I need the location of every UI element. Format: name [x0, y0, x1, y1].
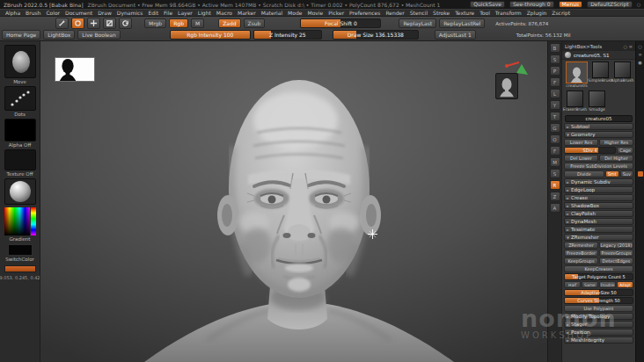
- help-icon[interactable]: ○: [637, 2, 640, 7]
- local-icon[interactable]: L: [550, 89, 560, 98]
- frame-icon[interactable]: F: [550, 146, 560, 156]
- secondary-color-swatch[interactable]: [4, 265, 36, 272]
- palette-section-header[interactable]: ► MeshIntegrity: [564, 337, 633, 344]
- keepcreases-toggle[interactable]: KeepCreases: [564, 265, 633, 272]
- document-canvas[interactable]: [40, 41, 547, 362]
- hue-strip[interactable]: [31, 207, 36, 235]
- tray-circle-icon[interactable]: ○: [623, 44, 626, 49]
- transp-icon[interactable]: T: [550, 112, 560, 121]
- menu-item[interactable]: Marker: [238, 10, 256, 16]
- draw-size-slider[interactable]: Draw Size 136.15338: [333, 30, 419, 40]
- menu-item[interactable]: Edit: [148, 10, 158, 16]
- smt-toggle[interactable]: Smt: [605, 170, 619, 177]
- adjustlast-button[interactable]: AdjustLast 1: [435, 30, 476, 40]
- target-polygons-slider[interactable]: Target Polygons Count 5: [564, 273, 633, 280]
- move-button[interactable]: [87, 18, 100, 29]
- zoom-icon[interactable]: Z: [550, 192, 560, 201]
- m-button[interactable]: M: [191, 18, 204, 28]
- menu-item[interactable]: Brush: [26, 10, 40, 16]
- freeze-subdivision-button[interactable]: Freeze SubDivision Levels: [564, 163, 633, 170]
- scale-button[interactable]: [103, 18, 116, 29]
- replaylast-button[interactable]: ReplayLast: [399, 18, 436, 28]
- menus-button[interactable]: Menus: [559, 1, 583, 8]
- move-nav-icon[interactable]: M: [550, 157, 560, 167]
- tool-thumbnail-simplebrush[interactable]: [592, 62, 609, 78]
- menu-item[interactable]: Light: [198, 10, 211, 16]
- switch-color-swatch[interactable]: [8, 244, 33, 256]
- menu-item[interactable]: Zscript: [552, 10, 570, 16]
- menu-item[interactable]: Zplugin: [527, 10, 547, 16]
- replaylastrel-button[interactable]: ReplayLastRel: [439, 18, 485, 28]
- doc-toggle-icon[interactable]: ●: [638, 60, 641, 65]
- palette-section-header[interactable]: ► ShadowBox: [564, 202, 633, 209]
- seethrough-slider[interactable]: See-through 0: [509, 1, 554, 8]
- actual-size-icon[interactable]: A: [550, 203, 560, 213]
- del-lower-button[interactable]: Del Lower: [564, 155, 598, 162]
- menu-item[interactable]: Preferences: [349, 10, 380, 16]
- bpr-icon[interactable]: B: [550, 43, 560, 53]
- rgb-button[interactable]: Rgb: [169, 18, 188, 28]
- floor-icon[interactable]: F: [550, 77, 560, 87]
- divide-button[interactable]: Divide: [564, 170, 604, 177]
- menu-item[interactable]: Material: [261, 10, 282, 16]
- detectedges-toggle[interactable]: DetectEdges: [599, 257, 633, 264]
- live-boolean-button[interactable]: Live Boolean: [77, 30, 120, 40]
- rgb-intensity-slider[interactable]: Rgb Intensity 100: [170, 30, 251, 40]
- palette-section-header[interactable]: ► EdgeLoop: [564, 186, 633, 193]
- alpha-picker-button[interactable]: [4, 119, 36, 141]
- z-intensity-slider[interactable]: Z Intensity 25: [253, 30, 322, 40]
- menu-item[interactable]: Alpha: [5, 10, 20, 16]
- menu-item[interactable]: Texture: [455, 10, 474, 16]
- menu-item[interactable]: Movie: [307, 10, 323, 16]
- half-button[interactable]: Half: [564, 281, 581, 288]
- zremesher-button[interactable]: ZRemesher: [564, 242, 598, 249]
- cage-button[interactable]: Cage: [617, 147, 633, 154]
- quicksave-button[interactable]: QuickSave: [470, 1, 505, 8]
- zadd-button[interactable]: Zadd: [218, 18, 240, 28]
- lightbox-button[interactable]: LightBox: [43, 30, 75, 40]
- edit-object-button[interactable]: [55, 18, 69, 29]
- menu-item[interactable]: Layer: [178, 10, 193, 16]
- lsym-icon[interactable]: Y: [550, 100, 560, 110]
- current-brush-button[interactable]: [4, 45, 36, 78]
- subtool-section-header[interactable]: ► Subtool: [564, 123, 633, 130]
- palette-section-header[interactable]: ► Modify Topology: [564, 313, 633, 320]
- palette-section-header[interactable]: ► ClayPolish: [564, 210, 633, 217]
- menu-item[interactable]: Stencil: [410, 10, 428, 16]
- material-picker-button[interactable]: [4, 178, 36, 205]
- current-tool-row[interactable]: creature05. S1: [562, 51, 635, 60]
- solo-icon[interactable]: O: [550, 134, 560, 144]
- tray-toggle-icon[interactable]: ○: [638, 44, 641, 49]
- focal-shift-slider[interactable]: Focal Shift 0: [300, 18, 381, 28]
- menu-item[interactable]: Transform: [495, 10, 522, 16]
- scale-nav-icon[interactable]: S: [550, 169, 560, 178]
- default-zscript-button[interactable]: DefaultZScript: [587, 1, 632, 8]
- menu-item[interactable]: Document: [65, 10, 92, 16]
- menu-item[interactable]: Render: [385, 10, 404, 16]
- tool-thumbnail-alphabrush[interactable]: [614, 62, 631, 78]
- draw-pointer-button[interactable]: [71, 18, 84, 29]
- menu-item[interactable]: File: [164, 10, 172, 16]
- adapt-toggle[interactable]: Adapt: [617, 281, 633, 288]
- tool-name-field[interactable]: creature05: [565, 115, 633, 122]
- freezeborder-toggle[interactable]: FreezeBorder: [564, 250, 598, 257]
- geometry-section-header[interactable]: ▼ Geometry: [564, 131, 633, 138]
- tool-thumbnail-eraserbrush[interactable]: [567, 90, 583, 107]
- legacy-2018-toggle[interactable]: Legacy (2018): [599, 242, 633, 249]
- menu-item[interactable]: Draw: [98, 10, 112, 16]
- keepgroups-toggle[interactable]: KeepGroups: [564, 257, 598, 264]
- menu-item[interactable]: Color: [46, 10, 60, 16]
- persp-icon[interactable]: P: [550, 66, 560, 76]
- mrgb-button[interactable]: Mrgb: [144, 18, 166, 28]
- sdiv-slider[interactable]: SDiv 4: [564, 147, 616, 154]
- palette-section-header[interactable]: ► Crease: [564, 194, 633, 201]
- rotate-nav-icon[interactable]: R: [550, 180, 560, 190]
- del-higher-button[interactable]: Del Higher: [599, 155, 633, 162]
- palette-section-header[interactable]: ► Position: [564, 329, 633, 336]
- tool-thumbnail-creature05[interactable]: [566, 62, 588, 83]
- menu-item[interactable]: Tool: [479, 10, 490, 16]
- menu-item[interactable]: Macro: [216, 10, 232, 16]
- zsub-button[interactable]: Zsub: [244, 18, 266, 28]
- menu-item[interactable]: Mode: [288, 10, 302, 16]
- home-page-button[interactable]: Home Page: [2, 30, 40, 40]
